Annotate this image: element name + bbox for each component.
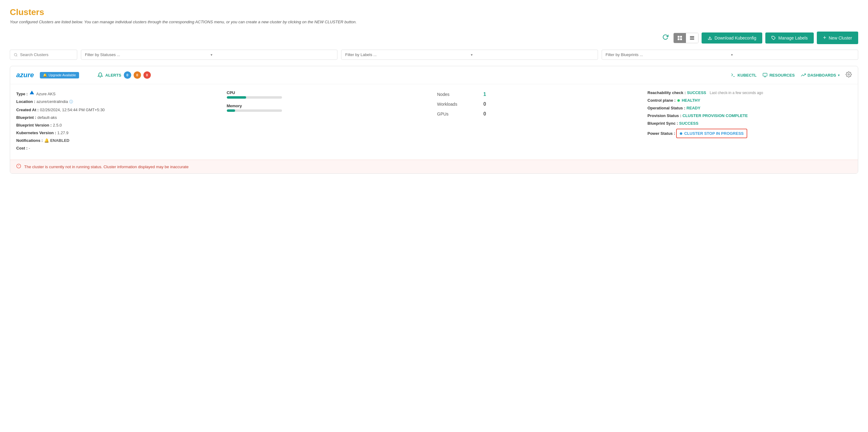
refresh-button[interactable] <box>660 32 670 43</box>
manage-labels-label: Manage Labels <box>778 36 808 40</box>
healthy-dot-icon <box>677 99 680 102</box>
gpus-count-row: GPUs 0 <box>437 111 486 117</box>
notifications-value: ENABLED <box>50 138 69 143</box>
counts-column: Nodes 1 Workloads 0 GPUs 0 <box>437 90 642 154</box>
resources-icon <box>763 73 768 77</box>
power-dot-icon <box>680 132 682 135</box>
cpu-label: CPU <box>227 90 431 95</box>
filter-labels-label: Filter by Labels ... <box>345 53 468 57</box>
notifications-label: Notifications : <box>16 138 43 143</box>
filter-labels-dropdown[interactable]: Filter by Labels ... ▾ <box>341 49 598 60</box>
created-row: Created At : 02/26/2024, 12:54:44 PM GMT… <box>16 107 221 112</box>
alerts-section: ALERTS 0 0 0 <box>97 71 151 79</box>
search-input[interactable] <box>20 53 73 57</box>
info-icon: ⓘ <box>69 99 73 104</box>
power-status-label: Power Status : <box>648 131 675 136</box>
kubernetes-value: 1.27.9 <box>57 131 68 135</box>
operational-label: Operational Status : <box>648 106 686 110</box>
blueprint-sync-label: Blueprint Sync : <box>648 121 678 126</box>
cluster-header: azure 🔔 Upgrade Available ALERTS 0 0 0 <box>10 66 858 84</box>
gpus-value: 0 <box>483 111 486 117</box>
resources-label: RESOURCES <box>769 73 795 77</box>
filter-statuses-dropdown[interactable]: Filter by Statuses ... ▾ <box>81 49 337 60</box>
search-icon <box>14 53 18 57</box>
svg-rect-12 <box>763 73 767 76</box>
svg-rect-6 <box>690 39 694 40</box>
download-kubeconfig-button[interactable]: Download Kubeconfig <box>702 32 762 43</box>
new-cluster-button[interactable]: + New Cluster <box>817 32 858 44</box>
memory-progress-bar <box>227 109 282 112</box>
kubectl-link[interactable]: KUBECTL <box>731 73 756 77</box>
tag-icon <box>771 36 776 40</box>
search-box[interactable] <box>10 49 77 60</box>
upgrade-badge-label: Upgrade Available <box>49 73 76 77</box>
grid-icon <box>677 36 682 40</box>
control-plane-row: Control plane : HEALTHY <box>648 98 852 103</box>
memory-progress-fill <box>227 109 235 112</box>
trend-icon <box>801 73 806 77</box>
chevron-down-icon: ▾ <box>731 53 854 57</box>
provision-value: CLUSTER PROVISION COMPLETE <box>683 113 748 118</box>
cluster-body: Type : Azure AKS Location : azure/centra… <box>10 84 858 160</box>
download-icon <box>708 36 712 40</box>
list-icon <box>690 36 694 40</box>
blueprint-version-value: 2.5.0 <box>53 123 62 128</box>
list-view-button[interactable] <box>686 33 698 43</box>
warning-message: The cluster is currently not in running … <box>24 165 188 169</box>
reachability-checkin: Last check-in a few seconds ago <box>710 91 763 95</box>
nodes-count-row: Nodes 1 <box>437 92 486 97</box>
filter-blueprints-dropdown[interactable]: Filter by Blueprints ... ▾ <box>602 49 858 60</box>
blueprint-value: default-aks <box>37 115 57 120</box>
alert-badge-info: 0 <box>124 71 131 79</box>
new-cluster-label: New Cluster <box>829 36 852 40</box>
alert-badge-error: 0 <box>144 71 151 79</box>
location-row: Location : azure/centralindia ⓘ <box>16 99 221 104</box>
alert-count-1: 0 <box>136 73 138 77</box>
reachability-label: Reachability check : <box>648 90 686 95</box>
reachability-value: SUCCESS <box>687 90 706 95</box>
blueprint-version-label: Blueprint Version : <box>16 123 52 128</box>
control-plane-label: Control plane : <box>648 98 676 103</box>
nodes-label: Nodes <box>437 92 449 97</box>
type-label: Type : <box>16 92 28 96</box>
page-subtitle: Your configured Clusters are listed belo… <box>10 20 858 24</box>
notifications-row: Notifications : 🔔 ENABLED <box>16 138 221 143</box>
svg-point-9 <box>14 53 17 56</box>
grid-view-button[interactable] <box>674 33 686 43</box>
bell-icon <box>97 72 103 78</box>
svg-point-15 <box>848 73 849 75</box>
plus-icon: + <box>823 35 826 41</box>
svg-rect-0 <box>678 36 680 38</box>
warning-bar: The cluster is currently not in running … <box>10 160 858 173</box>
chevron-down-icon: ▾ <box>471 53 594 57</box>
workloads-count-row: Workloads 0 <box>437 101 486 107</box>
settings-icon[interactable] <box>846 71 852 79</box>
memory-metric: Memory <box>227 104 431 112</box>
power-status-row: Power Status : CLUSTER STOP IN PROGRESS <box>648 129 852 138</box>
control-plane-value: HEALTHY <box>682 98 700 103</box>
blueprint-sync-row: Blueprint Sync : SUCCESS <box>648 121 852 126</box>
dashboards-chevron: ▾ <box>838 73 839 77</box>
power-status-box: CLUSTER STOP IN PROGRESS <box>676 129 747 138</box>
dashboards-link[interactable]: DASHBOARDS ▾ <box>801 73 839 77</box>
kubernetes-row: Kubernetes Version : 1.27.9 <box>16 131 221 135</box>
status-column: Reachability check : SUCCESS Last check-… <box>648 90 852 154</box>
bell-small-icon: 🔔 <box>44 138 49 143</box>
svg-rect-4 <box>690 36 694 37</box>
svg-rect-5 <box>690 37 694 38</box>
svg-rect-2 <box>678 38 680 40</box>
type-value: Azure AKS <box>36 92 56 96</box>
upgrade-badge[interactable]: 🔔 Upgrade Available <box>40 72 79 78</box>
reachability-row: Reachability check : SUCCESS Last check-… <box>648 90 852 95</box>
cost-value: - <box>29 146 30 151</box>
metrics-column: CPU Memory <box>227 90 431 154</box>
resources-link[interactable]: RESOURCES <box>763 73 795 77</box>
download-kubeconfig-label: Download Kubeconfig <box>714 36 756 40</box>
blueprint-version-row: Blueprint Version : 2.5.0 <box>16 123 221 128</box>
location-value: azure/centralindia <box>36 99 68 104</box>
svg-rect-1 <box>680 36 682 38</box>
cluster-card: azure 🔔 Upgrade Available ALERTS 0 0 0 <box>10 66 858 174</box>
kubernetes-label: Kubernetes Version : <box>16 131 56 135</box>
header-actions: KUBECTL RESOURCES DASHBOARDS <box>731 71 852 79</box>
manage-labels-button[interactable]: Manage Labels <box>765 32 814 43</box>
